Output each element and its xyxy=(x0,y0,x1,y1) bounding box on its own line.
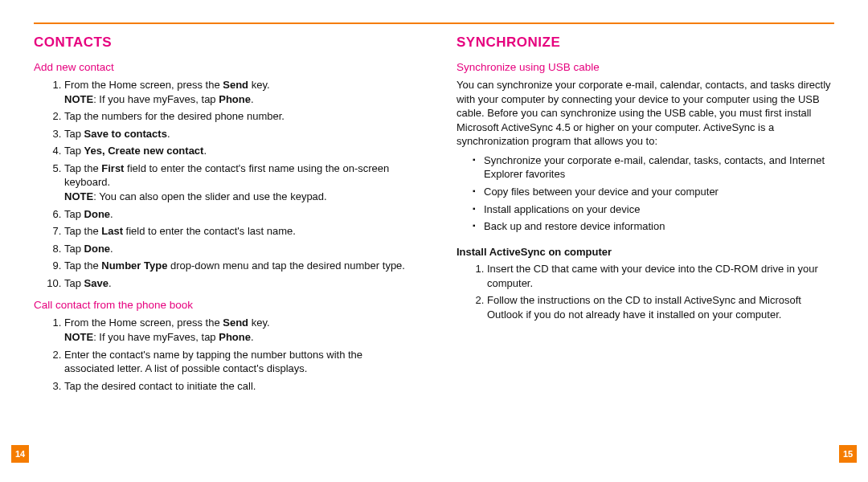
step-bold: Save to contacts xyxy=(84,128,167,140)
step-item: From the Home screen, press the Send key… xyxy=(64,78,411,106)
note-bold: Phone xyxy=(219,331,251,343)
step-item: Tap Yes, Create new contact. xyxy=(64,144,411,158)
step-item: Tap the desired contact to initiate the … xyxy=(64,379,411,394)
bullet-item: Synchronize your corporate e-mail, calen… xyxy=(484,153,834,182)
step-item: Tap Done. xyxy=(64,207,411,222)
step-text: . xyxy=(203,145,207,157)
step-bold: Number Type xyxy=(101,259,167,272)
step-text: . xyxy=(110,208,113,220)
add-new-contact-title: Add new contact xyxy=(34,60,411,75)
step-item: Tap Done. xyxy=(64,242,411,256)
step-item: Tap the numbers for the desired phone nu… xyxy=(64,109,411,124)
step-text: Tap the xyxy=(64,225,101,237)
sync-usb-title: Synchronize using USB cable xyxy=(457,60,834,75)
note-label: NOTE xyxy=(64,93,93,105)
step-bold: Yes, Create new contact xyxy=(84,145,204,157)
note-label: NOTE xyxy=(64,331,93,343)
step-text: From the Home screen, press the xyxy=(64,79,223,91)
add-new-contact-steps: From the Home screen, press the Send key… xyxy=(40,78,411,290)
step-bold: Send xyxy=(223,317,248,329)
bullet-item: Install applications on your device xyxy=(484,202,834,217)
sync-intro: You can synchronize your corporate e-mai… xyxy=(457,78,834,149)
bullet-item: Copy files between your device and your … xyxy=(484,185,834,199)
step-text: Tap the desired contact to initiate the … xyxy=(64,380,256,392)
step-item: Follow the instructions on the CD to ins… xyxy=(487,293,834,321)
step-text: . xyxy=(110,243,113,255)
step-item: Tap Save to contacts. xyxy=(64,127,411,141)
bullet-item: Back up and restore device information xyxy=(484,219,834,234)
step-text: Tap xyxy=(64,208,84,220)
step-text: Tap the numbers for the desired phone nu… xyxy=(64,110,285,122)
step-bold: Save xyxy=(84,277,108,289)
sync-bullets: Synchronize your corporate e-mail, calen… xyxy=(463,153,834,234)
step-bold: Last xyxy=(101,225,123,237)
note-text: If you have myFaves, tap xyxy=(99,93,219,105)
step-text: Tap xyxy=(64,277,84,289)
call-contact-steps: From the Home screen, press the Send key… xyxy=(40,316,411,393)
step-bold: Send xyxy=(223,79,248,91)
step-item: From the Home screen, press the Send key… xyxy=(64,316,411,344)
note-text: You can also open the slider and use the… xyxy=(99,190,327,202)
install-activesync-steps: Insert the CD that came with your device… xyxy=(463,262,834,321)
step-text: . xyxy=(167,128,170,140)
step-item: Tap Save. xyxy=(64,276,411,291)
step-item: Enter the contact's name by tapping the … xyxy=(64,348,411,376)
synchronize-heading: SYNCHRONIZE xyxy=(457,34,834,52)
step-item: Tap the Last field to enter the contact'… xyxy=(64,224,411,239)
step-bold: Done xyxy=(84,208,111,220)
step-text: key. xyxy=(248,317,270,329)
contacts-heading: CONTACTS xyxy=(34,34,411,52)
step-text: Tap xyxy=(64,128,84,140)
note-bold: Phone xyxy=(219,93,251,105)
step-bold: First xyxy=(101,162,124,174)
top-rule xyxy=(34,22,834,24)
step-text: drop-down menu and tap the desired numbe… xyxy=(167,259,405,272)
content-columns: CONTACTS Add new contact From the Home s… xyxy=(34,34,834,435)
step-text: Tap the xyxy=(64,259,101,272)
step-text: Enter the contact's name by tapping the … xyxy=(64,349,362,375)
note-text: If you have myFaves, tap xyxy=(99,331,219,343)
step-item: Tap the First field to enter the contact… xyxy=(64,161,411,204)
note-text: . xyxy=(251,331,254,343)
step-text: Tap the xyxy=(64,162,101,174)
note-label: NOTE xyxy=(64,190,93,202)
install-activesync-title: Install ActiveSync on computer xyxy=(457,245,834,259)
right-column: SYNCHRONIZE Synchronize using USB cable … xyxy=(457,34,834,435)
page-number-left: 14 xyxy=(11,445,29,463)
page-number-right: 15 xyxy=(839,445,857,463)
step-text: field to enter the contact's last name. xyxy=(123,225,296,237)
step-text: Tap xyxy=(64,145,84,157)
left-column: CONTACTS Add new contact From the Home s… xyxy=(34,34,411,435)
step-text: Tap xyxy=(64,243,84,255)
step-text: . xyxy=(108,277,112,289)
step-text: From the Home screen, press the xyxy=(64,317,223,329)
note-text: . xyxy=(251,93,254,105)
step-item: Insert the CD that came with your device… xyxy=(487,262,834,290)
step-item: Tap the Number Type drop-down menu and t… xyxy=(64,259,411,273)
step-bold: Done xyxy=(84,243,111,255)
step-text: key. xyxy=(248,79,270,91)
call-contact-title: Call contact from the phone book xyxy=(34,298,411,312)
